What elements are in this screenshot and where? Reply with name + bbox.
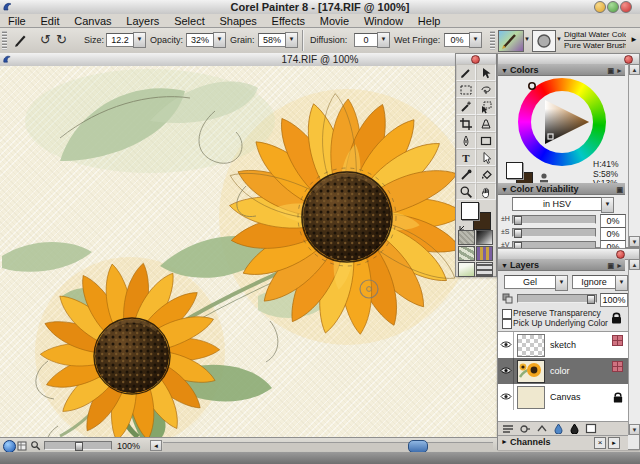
scroll-up-icon[interactable]: ▲ [629, 64, 640, 75]
gradient-selector[interactable] [476, 230, 493, 245]
brush-category-dropdown-icon[interactable]: ▼ [524, 36, 530, 42]
crop-tool[interactable] [456, 115, 476, 132]
layer-lock-icon[interactable] [610, 311, 623, 325]
shape-selection-tool[interactable] [476, 149, 496, 166]
dropper-tool[interactable] [456, 166, 476, 183]
toolbox-close-icon[interactable] [471, 55, 480, 64]
maximize-button[interactable] [607, 1, 619, 13]
brush-variant-dropdown-icon[interactable]: ▼ [556, 36, 562, 42]
brush-variant-name[interactable]: Pure Water Brush [564, 41, 626, 51]
canvas-area[interactable] [0, 66, 497, 437]
visibility-cell[interactable] [498, 384, 514, 410]
variability-panel-header[interactable]: ▼Color Variability ▣ [498, 183, 625, 195]
variability-collapse-icon[interactable]: ▼ [501, 186, 508, 193]
weave-selector[interactable] [476, 246, 493, 261]
layer-row-sketch[interactable]: sketch [498, 332, 628, 359]
dynamic-plugins-icon[interactable] [519, 424, 531, 434]
paint-bucket-tool[interactable] [476, 166, 496, 183]
new-liquid-ink-layer-icon[interactable] [569, 423, 580, 434]
opacity-value[interactable]: 32% [186, 33, 214, 47]
size-dropdown-icon[interactable]: ▼ [133, 32, 146, 48]
brush-tool-icon[interactable] [14, 33, 29, 48]
layers-window-close-icon[interactable] [616, 250, 625, 259]
channels-panel-bar[interactable]: ► Channels × ► [498, 435, 628, 450]
layers-window-scrollbar[interactable]: ▲ ▼ [628, 259, 640, 435]
channels-expand-icon[interactable]: ► [608, 437, 620, 449]
eye-icon[interactable] [500, 392, 512, 401]
composite-method-dropdown-icon[interactable]: ▼ [555, 275, 568, 291]
layer-commands-icon[interactable] [502, 424, 514, 434]
menu-help[interactable]: Help [418, 14, 441, 28]
sv-triangle[interactable] [518, 78, 606, 166]
new-watercolor-layer-icon[interactable] [553, 423, 564, 434]
zoom-slider[interactable] [44, 441, 112, 450]
scroll-down-icon[interactable]: ▼ [629, 236, 640, 247]
menu-file[interactable]: File [8, 14, 26, 28]
menu-window[interactable]: Window [364, 14, 403, 28]
app-titlebar[interactable]: Corel Painter 8 - [174.RIF @ 100%] [0, 0, 640, 15]
menu-layers[interactable]: Layers [126, 14, 159, 28]
visibility-cell[interactable] [498, 332, 514, 358]
preserve-transparency-checkbox[interactable] [502, 309, 512, 319]
colors-panel-header[interactable]: ▼Colors ▣ ► [498, 64, 625, 76]
variability-s-value[interactable]: 0% [600, 227, 626, 241]
propbar-overflow-icon[interactable]: ► [630, 35, 638, 44]
wet-fringe-value[interactable]: 0% [444, 33, 470, 47]
pen-tool[interactable] [456, 132, 476, 149]
lasso-tool[interactable] [476, 81, 496, 98]
wet-fringe-dropdown-icon[interactable]: ▼ [469, 32, 482, 48]
propbar-drag-handle[interactable] [2, 31, 7, 50]
visibility-cell[interactable] [498, 358, 514, 384]
pattern-selector[interactable] [458, 246, 475, 261]
channels-collapse-icon[interactable]: ► [501, 438, 508, 445]
variability-mode-select[interactable]: in HSV [512, 197, 602, 211]
hscroll-left-icon[interactable]: ◄ [150, 440, 162, 451]
menu-edit[interactable]: Edit [41, 14, 60, 28]
colors-window-close-icon[interactable] [624, 55, 633, 64]
layers-scroll-up-icon[interactable]: ▲ [629, 259, 640, 270]
minimize-button[interactable] [594, 1, 606, 13]
diffusion-value[interactable]: 0 [354, 33, 378, 47]
composite-depth-dropdown-icon[interactable]: ▼ [615, 275, 628, 291]
draw-style-icon[interactable]: ↻ [56, 32, 67, 47]
menu-select[interactable]: Select [174, 14, 205, 28]
variability-h-value[interactable]: 0% [600, 214, 626, 228]
close-button[interactable] [620, 1, 632, 13]
layers-collapse-icon[interactable]: ▼ [501, 262, 508, 269]
layer-adjuster-tool[interactable] [476, 64, 496, 81]
brush-tool[interactable] [456, 64, 476, 81]
selection-adjuster-tool[interactable] [476, 98, 496, 115]
new-layer-icon[interactable] [585, 423, 597, 434]
layer-row-canvas[interactable]: Canvas [498, 384, 628, 411]
menu-movie[interactable]: Movie [320, 14, 349, 28]
group-layers-icon[interactable] [536, 424, 548, 434]
magic-wand-tool[interactable] [456, 98, 476, 115]
variability-mode-dropdown-icon[interactable]: ▼ [601, 197, 614, 213]
nozzle-selector[interactable] [458, 262, 475, 277]
page-grid-icon[interactable] [17, 441, 27, 451]
composite-method-select[interactable]: Gel [504, 275, 556, 289]
hscroll-track[interactable] [163, 442, 493, 451]
brush-selector-drag-handle[interactable] [490, 31, 495, 50]
paper-selector[interactable] [458, 230, 475, 245]
magnifier-tool[interactable] [456, 183, 476, 200]
channels-close-icon[interactable]: × [594, 437, 606, 449]
grain-dropdown-icon[interactable]: ▼ [285, 32, 298, 48]
grabber-tool[interactable] [476, 183, 496, 200]
layer-opacity-slider[interactable] [517, 294, 597, 303]
variability-h-slider-handle[interactable] [514, 216, 522, 225]
brush-category-icon[interactable] [498, 30, 524, 52]
diffusion-dropdown-icon[interactable]: ▼ [377, 32, 390, 48]
front-color-swatch[interactable] [461, 202, 479, 220]
eye-icon[interactable] [500, 366, 512, 375]
menu-shapes[interactable]: Shapes [220, 14, 257, 28]
variability-h-slider[interactable] [512, 215, 596, 224]
menu-effects[interactable]: Effects [272, 14, 305, 28]
perspective-grid-tool[interactable] [476, 115, 496, 132]
colors-collapse-icon[interactable]: ▼ [501, 67, 508, 74]
colors-window-scrollbar[interactable]: ▲ ▼ [628, 64, 640, 247]
panel-front-color-swatch[interactable] [506, 162, 523, 179]
rectangular-shape-tool[interactable] [476, 132, 496, 149]
text-tool[interactable]: T [456, 149, 476, 166]
rectangular-select-tool[interactable] [456, 81, 476, 98]
